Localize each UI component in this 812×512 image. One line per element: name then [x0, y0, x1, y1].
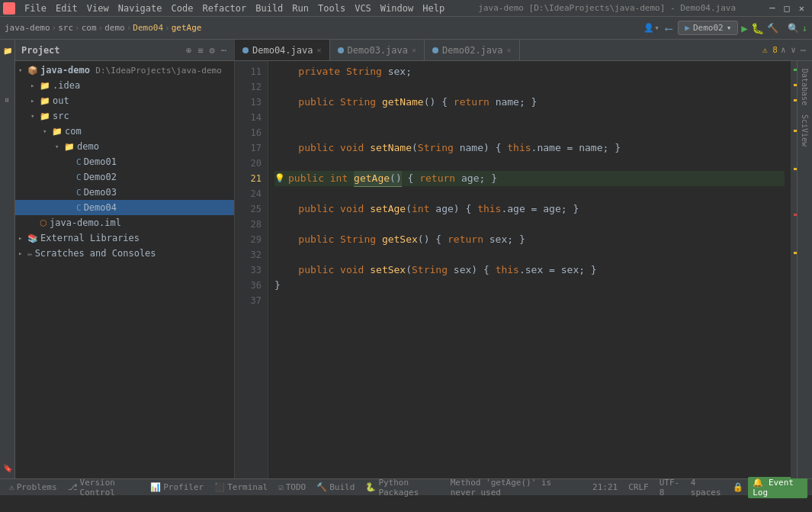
terminal-btn[interactable]: ⬛ Terminal — [210, 481, 272, 494]
idea-expand-icon: ▸ — [30, 82, 40, 89]
tree-out[interactable]: ▸ 📁 out — [15, 93, 234, 108]
menu-edit[interactable]: Edit — [51, 2, 82, 15]
breadcrumb-com[interactable]: com — [82, 23, 97, 33]
tree-demo[interactable]: ▾ 📁 demo — [15, 139, 234, 154]
extlibs-icon: 📚 — [27, 233, 38, 243]
demo03-label: Demo03 — [84, 187, 117, 198]
tree-root[interactable]: ▾ 📦 java-demo D:\IdeaProjects\java-demo — [15, 63, 234, 78]
position-indicator[interactable]: 21:21 — [588, 481, 622, 494]
tree-demo01[interactable]: ▸ C Demo01 — [15, 154, 234, 169]
run-config-selector[interactable]: ▶ Demo02 ▾ — [678, 21, 738, 35]
close-button[interactable]: ✕ — [794, 2, 809, 15]
tree-ext-libs[interactable]: ▸ 📚 External Libraries — [15, 230, 234, 246]
right-panel-tabs: Database SciView — [797, 61, 812, 478]
tab-demo02-close[interactable]: ✕ — [507, 46, 512, 54]
demo02-java-icon: C — [76, 172, 82, 182]
line-num-29: +29 — [235, 232, 262, 247]
debug-button[interactable]: 🐛 — [751, 22, 764, 34]
code-editor[interactable]: 11 12 +13 14 16 +17 20 +21 24 +25 28 — [235, 61, 812, 478]
scratches-icon: ✏ — [27, 249, 33, 259]
database-tab[interactable]: Database — [799, 64, 810, 110]
menu-window[interactable]: Window — [376, 2, 418, 15]
breadcrumb-src[interactable]: src — [58, 23, 73, 33]
demo01-java-icon: C — [76, 157, 82, 167]
toolbar: java-demo › src › com › demo › Demo04 › … — [0, 17, 812, 40]
line-num-21: +21 — [235, 171, 262, 186]
menu-navigate[interactable]: Navigate — [114, 2, 167, 15]
tree-src[interactable]: ▾ 📁 src — [15, 108, 234, 124]
scroll-indicator[interactable] — [791, 61, 797, 478]
tree-idea[interactable]: ▸ 📁 .idea — [15, 78, 234, 93]
sciview-tab[interactable]: SciView — [799, 110, 810, 151]
panel-options-icon[interactable]: ⋯ — [220, 43, 228, 57]
tree-demo03[interactable]: ▸ C Demo03 — [15, 185, 234, 200]
profiler-btn[interactable]: 📊 Profiler — [146, 481, 208, 494]
version-control-btn[interactable]: ⎇ Version Control — [63, 476, 145, 499]
notification-count: 🔔 — [753, 478, 769, 488]
demo03-java-icon: C — [76, 188, 82, 198]
tab-demo03-close[interactable]: ✕ — [412, 46, 416, 54]
menu-help[interactable]: Help — [418, 2, 449, 15]
tree-demo04[interactable]: ▸ C Demo04 — [15, 200, 234, 215]
menu-build[interactable]: Build — [251, 2, 287, 15]
menu-code[interactable]: Code — [167, 2, 198, 15]
update-button[interactable]: ↓ — [802, 23, 807, 34]
out-folder-icon: 📁 — [40, 96, 50, 106]
tab-demo03[interactable]: Demo03.java ✕ — [330, 40, 425, 60]
com-expand-icon: ▾ — [43, 127, 52, 135]
maximize-button[interactable]: □ — [780, 2, 794, 15]
breadcrumb-getage[interactable]: getAge — [172, 23, 202, 33]
tab-options-icon[interactable]: ⋯ — [801, 45, 806, 56]
tab-demo04[interactable]: Demo04.java ✕ — [235, 40, 330, 60]
panel-settings-icon[interactable]: ⚙ — [208, 43, 217, 57]
line-ending-selector[interactable]: CRLF — [624, 481, 653, 494]
breadcrumb-demo04[interactable]: Demo04 — [133, 23, 163, 33]
breadcrumb-demo[interactable]: demo — [104, 23, 125, 33]
code-content[interactable]: private String sex; public String getNam… — [268, 61, 791, 478]
tab-demo04-close[interactable]: ✕ — [316, 46, 321, 54]
line-num-20: 20 — [235, 156, 262, 171]
python-packages-btn[interactable]: 🐍 Python Packages — [361, 476, 442, 499]
idea-label: .idea — [53, 80, 80, 91]
breadcrumb-project[interactable]: java-demo — [5, 23, 50, 33]
collapse-all-icon[interactable]: ≡ — [196, 43, 204, 57]
build-btn[interactable]: 🔨 Build — [312, 481, 359, 494]
problems-icon: ⚠ — [9, 482, 14, 492]
scroll-mark-green — [794, 69, 797, 71]
tree-scratches[interactable]: ▸ ✏ Scratches and Consoles — [15, 246, 234, 261]
menu-view[interactable]: View — [82, 2, 114, 15]
problems-btn[interactable]: ⚠ Problems — [5, 481, 62, 494]
line-num-17: +17 — [235, 140, 262, 156]
structure-icon[interactable]: ≡ — [2, 95, 13, 105]
main-layout: 📁 ≡ 🔖 Project ⊕ ≡ ⚙ ⋯ ▾ 📦 java-demo D:\I… — [0, 40, 812, 478]
menu-run[interactable]: Run — [287, 2, 313, 15]
tree-iml[interactable]: ▸ ⬡ java-demo.iml — [15, 215, 234, 230]
encoding-selector[interactable]: UTF-8 — [655, 476, 685, 499]
problems-label: Problems — [17, 482, 57, 492]
project-panel: Project ⊕ ≡ ⚙ ⋯ ▾ 📦 java-demo D:\IdeaPro… — [15, 40, 235, 478]
tab-demo02[interactable]: Demo02.java ✕ — [425, 40, 520, 60]
build-button[interactable]: 🔨 — [767, 23, 778, 34]
project-view-icon[interactable]: 📁 — [2, 43, 13, 58]
run-button[interactable]: ▶ — [741, 22, 747, 34]
status-message: Method 'getAge()' is never used — [445, 478, 585, 498]
tree-demo02[interactable]: ▸ C Demo02 — [15, 169, 234, 185]
menu-refactor[interactable]: Refactor — [197, 2, 251, 15]
todo-label: TODO — [286, 482, 307, 492]
locate-file-icon[interactable]: ⊕ — [185, 43, 193, 57]
menu-file[interactable]: File — [20, 2, 51, 15]
menu-vcs[interactable]: VCS — [350, 2, 376, 15]
tree-com[interactable]: ▾ 📁 com — [15, 124, 234, 139]
menu-tools[interactable]: Tools — [313, 2, 350, 15]
event-log-btn[interactable]: 🔔 Event Log — [748, 477, 807, 498]
line-num-12: 12 — [235, 79, 262, 95]
minimize-button[interactable]: ─ — [765, 2, 779, 15]
indent-selector[interactable]: 4 spaces — [686, 476, 728, 499]
warnings-badge[interactable]: ⚠ 8 — [762, 45, 778, 55]
warnings-nav[interactable]: ∧ ∨ — [781, 45, 796, 55]
todo-btn[interactable]: ☑ TODO — [274, 481, 310, 494]
tab-bar: Demo04.java ✕ Demo03.java ✕ Demo02.java … — [235, 40, 812, 61]
search-everywhere-button[interactable]: 🔍 — [788, 23, 799, 34]
line-num-14: 14 — [235, 110, 262, 125]
bookmarks-icon[interactable]: 🔖 — [2, 460, 13, 475]
